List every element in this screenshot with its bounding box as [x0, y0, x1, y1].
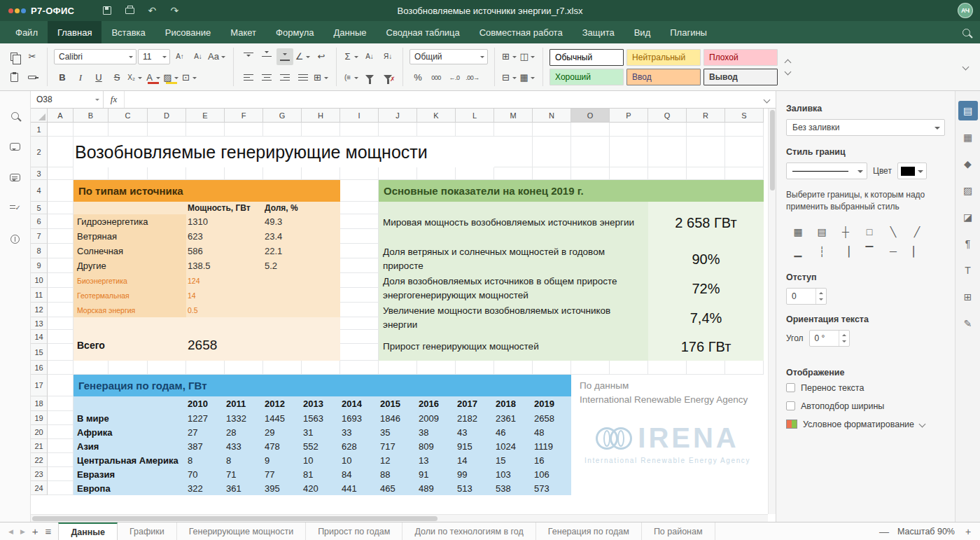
- column-header-C[interactable]: C: [108, 109, 148, 123]
- indicator-row[interactable]: Мировая мощность возобновляемых источник…: [379, 202, 764, 244]
- font-size-combo[interactable]: 11: [138, 49, 170, 64]
- generation-row[interactable]: Евразия7071778184889199103106: [74, 467, 571, 481]
- search-button[interactable]: [952, 21, 980, 43]
- cell-M16[interactable]: [494, 361, 533, 375]
- sheet-tab-4[interactable]: Доли по технологиям в год: [402, 522, 536, 540]
- border-color-picker[interactable]: [897, 162, 927, 179]
- border-center-vertical-button[interactable]: ┆: [810, 242, 834, 261]
- cell-style-5[interactable]: Вывод: [704, 69, 778, 85]
- border-line-style-select[interactable]: [786, 162, 867, 179]
- column-header-K[interactable]: K: [417, 109, 456, 123]
- cell-B16[interactable]: [74, 361, 108, 375]
- cell-I9[interactable]: [340, 258, 379, 273]
- cell-A21[interactable]: [48, 439, 74, 453]
- column-header-I[interactable]: I: [340, 109, 379, 123]
- app-logo[interactable]: Р7-ОФИС: [8, 6, 74, 16]
- change-case-button[interactable]: Аа: [208, 48, 227, 65]
- column-header-D[interactable]: D: [148, 109, 186, 123]
- cell-A12[interactable]: [48, 303, 74, 317]
- cell-A9[interactable]: [48, 258, 74, 273]
- cell-Q16[interactable]: [648, 361, 687, 375]
- cell-A20[interactable]: [48, 425, 74, 439]
- cell-A10[interactable]: [48, 273, 74, 288]
- cell-style-3[interactable]: Хороший: [550, 69, 624, 85]
- types-sub-row[interactable]: Геотермальная14: [74, 288, 340, 303]
- cell-A5[interactable]: [48, 202, 74, 214]
- cell-F1[interactable]: [225, 123, 263, 137]
- font-color-button[interactable]: А: [145, 69, 162, 86]
- column-header-J[interactable]: J: [379, 109, 417, 123]
- cell-A18[interactable]: [48, 396, 74, 411]
- clear-filter-button[interactable]: [379, 69, 396, 86]
- cell-P2[interactable]: [610, 137, 648, 167]
- border-diagonal-down-button[interactable]: ╲: [881, 222, 905, 242]
- cell-K3[interactable]: [417, 167, 456, 180]
- cell-H16[interactable]: [302, 361, 340, 375]
- row-header-6[interactable]: 6: [31, 214, 48, 229]
- cell-style-1[interactable]: Нейтральный: [626, 49, 701, 66]
- find-button[interactable]: [8, 109, 22, 122]
- cell-name-box[interactable]: O38: [31, 91, 104, 108]
- row-header-23[interactable]: 23: [31, 467, 48, 481]
- cell-I7[interactable]: [340, 229, 379, 244]
- save-button[interactable]: [98, 3, 116, 18]
- sheet-tab-5[interactable]: Генерация по годам: [536, 522, 642, 540]
- generation-row[interactable]: Европа322361395420441465489513538573: [74, 481, 571, 495]
- cell-A24[interactable]: [48, 481, 74, 495]
- strikethrough-button[interactable]: S: [108, 69, 125, 86]
- table-settings-icon[interactable]: ▦: [958, 127, 978, 147]
- menu-tab-2[interactable]: Вставка: [102, 21, 155, 43]
- column-header-A[interactable]: A: [48, 109, 74, 123]
- cell-A14[interactable]: [48, 330, 74, 344]
- row-header-16[interactable]: 16: [31, 361, 48, 375]
- indicator-row[interactable]: Прирост генерирующих мощностей176 ГВт: [379, 333, 764, 361]
- cell-G3[interactable]: [263, 167, 302, 180]
- cell-A23[interactable]: [48, 467, 74, 481]
- cell-I14[interactable]: [340, 330, 379, 344]
- cell-H1[interactable]: [302, 123, 340, 137]
- row-header-8[interactable]: 8: [31, 244, 48, 258]
- row-header-3[interactable]: 3: [31, 167, 48, 180]
- align-left-button[interactable]: [240, 69, 257, 86]
- column-header-N[interactable]: N: [533, 109, 571, 123]
- paste-button[interactable]: [6, 69, 22, 86]
- autosum-button[interactable]: Σ: [343, 48, 360, 65]
- cell-D16[interactable]: [148, 361, 186, 375]
- border-right-button[interactable]: ▕: [834, 242, 858, 261]
- styles-scroll-down-icon[interactable]: [784, 68, 791, 75]
- border-bottom-button[interactable]: ▁: [786, 242, 810, 261]
- cell-R1[interactable]: [687, 123, 725, 137]
- border-inside-button[interactable]: ▤: [810, 222, 834, 242]
- indent-spinner[interactable]: [816, 289, 826, 304]
- cell-L16[interactable]: [456, 361, 494, 375]
- types-row[interactable]: Гидроэнергетика131049.3: [74, 214, 340, 229]
- user-avatar[interactable]: АЧ: [958, 3, 973, 18]
- percent-style-button[interactable]: %: [410, 69, 426, 86]
- wrap-text-checkbox[interactable]: [786, 383, 795, 392]
- cell-I13[interactable]: [340, 317, 379, 330]
- generation-table-header[interactable]: Генерация по годам, ГВт: [74, 375, 571, 396]
- generation-years-row[interactable]: 2010201120122013201420152016201720182019: [74, 396, 571, 411]
- border-left-button[interactable]: ▏: [905, 242, 929, 261]
- justify-button[interactable]: [295, 69, 312, 86]
- sheet-tab-2[interactable]: Генерирующие мощности: [177, 522, 306, 540]
- border-cross-button[interactable]: ┼: [834, 222, 858, 242]
- textart-settings-icon[interactable]: Т: [958, 261, 978, 280]
- row-header-1[interactable]: 1: [31, 123, 48, 137]
- text-orientation-button[interactable]: ∠: [295, 48, 312, 65]
- subscript-button[interactable]: X₂: [127, 69, 144, 86]
- font-name-combo[interactable]: Calibri: [54, 49, 136, 64]
- signature-settings-icon[interactable]: ✎: [958, 314, 978, 333]
- cell-N1[interactable]: [533, 123, 571, 137]
- spellcheck-button[interactable]: [8, 202, 22, 214]
- wrap-text-option[interactable]: Перенос текста: [786, 383, 945, 393]
- menu-tab-7[interactable]: Сводная таблица: [377, 21, 470, 43]
- cell-A17[interactable]: [48, 375, 74, 396]
- indicators-table[interactable]: Мировая мощность возобновляемых источник…: [379, 202, 764, 361]
- cell-E1[interactable]: [186, 123, 225, 137]
- increase-decimal-button[interactable]: .00→: [464, 69, 481, 86]
- cell-A13[interactable]: [48, 317, 74, 330]
- column-header-B[interactable]: B: [74, 109, 108, 123]
- cell-A8[interactable]: [48, 244, 74, 258]
- add-sheet-button[interactable]: +: [32, 525, 38, 537]
